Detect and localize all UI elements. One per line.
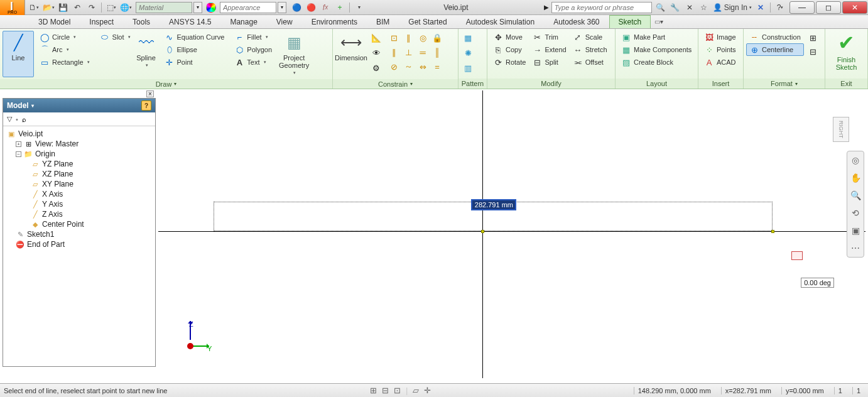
status-tool-2[interactable]: ⊟ <box>382 386 389 395</box>
points-button[interactable]: ⁘Points <box>701 43 739 56</box>
tab-view[interactable]: View <box>267 15 302 28</box>
constraint-settings-icon[interactable]: ⚙ <box>369 61 383 75</box>
smooth-icon[interactable]: ～ <box>401 60 415 73</box>
tab-inspect[interactable]: Inspect <box>80 15 123 28</box>
find-icon[interactable]: ⌕ <box>22 116 26 123</box>
create-block-button[interactable]: ▨Create Block <box>618 56 695 68</box>
dimension-input[interactable] <box>471 199 516 210</box>
filter-icon[interactable]: ▽ <box>7 115 12 123</box>
dimension-button[interactable]: ⟷Dimension <box>335 31 367 77</box>
make-part-button[interactable]: ▣Make Part <box>618 31 695 43</box>
vertical-icon[interactable]: ║ <box>430 45 444 59</box>
panel-draw-title[interactable]: Draw▾ <box>0 79 332 89</box>
orbit-icon[interactable]: ⟲ <box>849 207 862 219</box>
tree-sketch1[interactable]: ✎Sketch1 <box>4 229 154 239</box>
minimize-button[interactable]: — <box>789 1 815 14</box>
equation-curve-button[interactable]: ∿Equation Curve <box>161 31 228 43</box>
tree-yz-plane[interactable]: ▱YZ Plane <box>4 159 154 169</box>
ribbon-minimize-icon[interactable]: ▭▾ <box>654 15 663 28</box>
show-constraints-icon[interactable]: 👁 <box>369 46 383 60</box>
tab-3d-model[interactable]: 3D Model <box>29 15 80 28</box>
rectangle-button[interactable]: ▭Rectangle▾ <box>36 56 93 68</box>
new-button[interactable]: 🗋▾ <box>28 2 40 13</box>
pan-icon[interactable]: ✋ <box>849 171 862 184</box>
status-tool-1[interactable]: ⊞ <box>370 386 377 395</box>
circle-button[interactable]: ◯Circle▾ <box>36 31 93 43</box>
fillet-button[interactable]: ⌐Fillet▾ <box>231 31 275 43</box>
tree-z-axis[interactable]: ╱Z Axis <box>4 209 154 219</box>
text-button[interactable]: AText▾ <box>231 56 275 68</box>
panel-constrain-title[interactable]: Constrain▾ <box>333 79 458 89</box>
tab-bim[interactable]: BIM <box>367 15 399 28</box>
favorite-button[interactable]: ☆ <box>698 2 710 13</box>
material-dropdown[interactable]: ▾ <box>193 2 202 13</box>
plus-button[interactable]: + <box>334 2 346 13</box>
split-button[interactable]: ⊟Split <box>529 56 569 68</box>
adjust-button[interactable]: 🔵 <box>290 2 303 13</box>
appearance-dropdown[interactable]: ▾ <box>278 2 286 13</box>
material-input[interactable] <box>136 2 192 13</box>
acad-button[interactable]: AACAD <box>701 56 739 68</box>
trim-button[interactable]: ✂Trim <box>529 31 569 43</box>
show-format-icon[interactable]: ⊟ <box>806 45 820 58</box>
perpendicular-icon[interactable]: ⊥ <box>401 45 415 59</box>
x-button[interactable]: ✕ <box>754 2 767 13</box>
tree-root[interactable]: ▣Veio.ipt <box>4 129 154 139</box>
finish-sketch-button[interactable]: ✔ Finish Sketch <box>830 31 863 71</box>
update-button[interactable]: 🌐▾ <box>119 2 132 13</box>
help-icon[interactable]: ? <box>141 101 151 111</box>
move-button[interactable]: ✥Move <box>490 31 529 43</box>
horizontal-icon[interactable]: ═ <box>416 45 430 59</box>
point-button[interactable]: ✛Point <box>161 56 228 68</box>
sketch-canvas[interactable]: 0.00 deg Z Y <box>158 90 865 378</box>
tree-xy-plane[interactable]: ▱XY Plane <box>4 179 154 189</box>
circ-pattern-icon[interactable]: ✺ <box>461 46 475 60</box>
maximize-button[interactable]: ◻ <box>816 1 841 14</box>
extend-button[interactable]: →Extend <box>529 43 569 56</box>
concentric-icon[interactable]: ◎ <box>416 31 430 45</box>
project-geometry-button[interactable]: ▦Project Geometry▾ <box>275 31 313 77</box>
symmetric-icon[interactable]: ⇔ <box>416 60 430 73</box>
endpoint-right[interactable] <box>771 230 774 233</box>
tab-simulation[interactable]: Autodesk Simulation <box>457 15 544 28</box>
panel-format-title[interactable]: Format▾ <box>744 79 825 89</box>
tab-manage[interactable]: Manage <box>220 15 266 28</box>
tangent-icon[interactable]: ⊘ <box>387 60 401 73</box>
slot-button[interactable]: ⬭Slot▾ <box>97 31 134 43</box>
status-tool-4[interactable]: ▱ <box>413 386 419 395</box>
view-cube-right[interactable]: RIGHT <box>833 117 849 142</box>
equal-icon[interactable]: = <box>430 60 444 73</box>
key-button[interactable]: 🔧 <box>669 2 681 13</box>
tree-center-point[interactable]: ◆Center Point <box>4 219 154 229</box>
tab-get-started[interactable]: Get Started <box>399 15 456 28</box>
mirror-icon[interactable]: ▥ <box>461 61 475 75</box>
save-button[interactable]: 💾 <box>57 2 69 13</box>
binoculars-icon[interactable]: 🔍 <box>654 2 667 13</box>
tab-tools[interactable]: Tools <box>123 15 160 28</box>
browser-header[interactable]: Model▾? <box>3 99 155 112</box>
centerline-button[interactable]: ⊕Centerline <box>746 43 804 56</box>
construction-button[interactable]: ╌Construction <box>746 31 804 43</box>
auto-dim-icon[interactable]: 📐 <box>369 31 383 45</box>
status-tool-3[interactable]: ⊡ <box>394 386 401 395</box>
parallel-icon[interactable]: ∥ <box>387 45 401 59</box>
open-button[interactable]: 📂▾ <box>42 2 55 13</box>
look-at-icon[interactable]: ▣ <box>849 224 862 237</box>
app-icon[interactable]: PRO <box>0 0 25 15</box>
clear-button[interactable]: 🔴 <box>305 2 317 13</box>
select-button[interactable]: ⬚▾ <box>105 2 117 13</box>
search-input[interactable] <box>551 2 652 13</box>
tree-x-axis[interactable]: ╱X Axis <box>4 189 154 199</box>
fix-icon[interactable]: 🔒 <box>430 31 444 45</box>
spline-button[interactable]: 〰Spline▾ <box>134 31 159 77</box>
tab-sketch[interactable]: Sketch <box>609 15 651 28</box>
help-button[interactable]: ? ▾ <box>774 2 786 13</box>
rect-pattern-icon[interactable]: ▦ <box>461 31 475 45</box>
exchange-button[interactable]: ✕ <box>683 2 696 13</box>
tab-environments[interactable]: Environments <box>302 15 367 28</box>
steering-wheel-icon[interactable]: ◎ <box>849 154 862 166</box>
tab-ansys[interactable]: ANSYS 14.5 <box>160 15 220 28</box>
tree-view[interactable]: +⊞View: Master <box>4 139 154 149</box>
browser-close-icon[interactable]: × <box>146 90 154 97</box>
status-tool-5[interactable]: ✛ <box>424 386 431 395</box>
